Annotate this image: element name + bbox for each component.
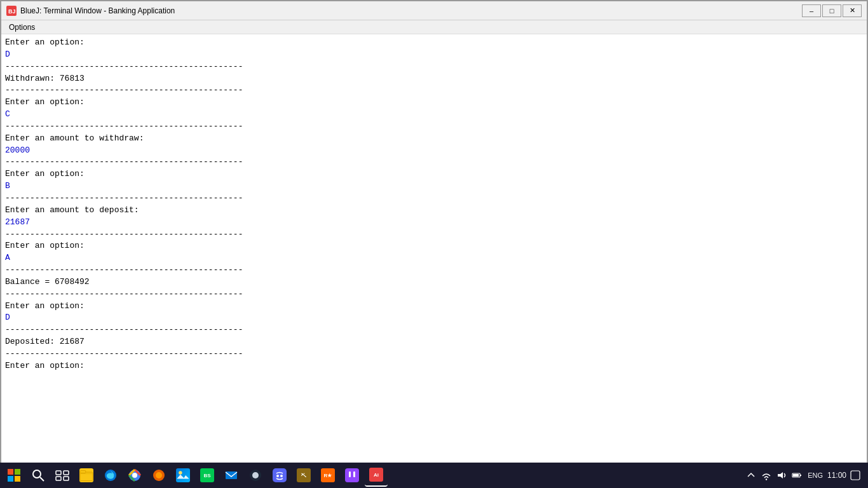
minimize-button[interactable]: – [802, 4, 821, 17]
chrome-icon [128, 468, 142, 482]
close-button[interactable]: ✕ [843, 4, 862, 17]
system-tray: ENG 11:00 [745, 469, 865, 482]
tray-volume[interactable] [775, 469, 788, 482]
tray-battery[interactable] [790, 469, 803, 482]
mail-button[interactable] [220, 464, 243, 487]
svg-line-7 [40, 477, 44, 481]
search-button[interactable] [27, 464, 50, 487]
svg-rect-26 [345, 468, 359, 482]
terminal-line: ----------------------------------------… [5, 193, 863, 205]
terminal-line: Enter an amount to withdraw: [5, 133, 863, 145]
terminal-line: Enter an option: [5, 168, 863, 180]
terminal-line: Withdrawn: 76813 [5, 73, 863, 85]
app-icon: BJ [6, 6, 17, 16]
svg-rect-4 [8, 476, 13, 482]
bluestacks-button[interactable]: BS [196, 464, 219, 487]
chrome-button[interactable] [123, 464, 146, 487]
windows-icon [7, 468, 21, 482]
tray-notifications[interactable] [849, 469, 862, 482]
firefox-button[interactable] [147, 464, 170, 487]
tray-language[interactable]: ENG [806, 471, 825, 479]
file-explorer-button[interactable] [75, 464, 98, 487]
steam-button[interactable] [244, 464, 267, 487]
terminal-line: C [5, 109, 863, 121]
terminal-line: Deposited: 21687 [5, 336, 863, 348]
terminal-line: ----------------------------------------… [5, 61, 863, 73]
terminal-line: Balance = 6708492 [5, 276, 863, 288]
terminal-window: BJ BlueJ: Terminal Window - Banking Appl… [0, 0, 868, 463]
wifi-icon [761, 470, 771, 480]
discord-button[interactable] [268, 464, 291, 487]
bluej-button[interactable]: Ai [365, 464, 388, 487]
edge-button[interactable] [99, 464, 122, 487]
volume-icon [776, 470, 787, 480]
window-title: BlueJ: Terminal Window - Banking Applica… [20, 6, 175, 15]
tray-clock[interactable]: 11:00 [827, 471, 846, 480]
svg-rect-10 [56, 477, 61, 480]
tray-show-hidden[interactable] [745, 469, 757, 482]
file-explorer-icon [79, 468, 93, 482]
svg-rect-20 [226, 471, 237, 479]
twitch-icon [345, 468, 359, 482]
svg-point-6 [33, 470, 41, 478]
tray-network[interactable] [760, 469, 773, 482]
terminal-line: Enter an option: [5, 97, 863, 109]
terminal-line: ----------------------------------------… [5, 156, 863, 168]
terminal-line: D [5, 49, 863, 61]
terminal-line: D [5, 312, 863, 324]
battery-icon [792, 470, 802, 480]
svg-rect-2 [8, 469, 13, 475]
svg-point-18 [156, 472, 162, 478]
task-view-button[interactable] [51, 464, 74, 487]
terminal-line: Enter an amount to deposit: [5, 205, 863, 217]
terminal-line: Enter an option: [5, 301, 863, 313]
svg-rect-13 [80, 471, 86, 473]
menu-bar: Options [1, 20, 867, 34]
title-bar-controls: – □ ✕ [802, 4, 862, 17]
bluestacks-icon: BS [200, 468, 214, 482]
svg-rect-32 [793, 474, 799, 477]
rockstar-button[interactable]: R★ [316, 464, 339, 487]
terminal-line: ----------------------------------------… [5, 348, 863, 360]
bluej-taskbar-icon: Ai [369, 468, 383, 482]
tray-time: 11:00 [827, 471, 846, 480]
terminal-line: Enter an option: [5, 240, 863, 252]
terminal-line: B [5, 180, 863, 193]
terminal-line: 20000 [5, 145, 863, 157]
mail-icon [224, 468, 238, 482]
terminal-line: ----------------------------------------… [5, 229, 863, 241]
terminal-line: ----------------------------------------… [5, 121, 863, 133]
terminal-line: Enter an option: [5, 37, 863, 49]
steam-icon [248, 468, 262, 482]
svg-point-19 [179, 471, 182, 475]
title-bar: BJ BlueJ: Terminal Window - Banking Appl… [1, 1, 867, 20]
svg-rect-3 [15, 469, 20, 475]
terminal-line: 21687 [5, 217, 863, 229]
svg-text:BJ: BJ [8, 8, 16, 15]
svg-rect-23 [273, 468, 287, 482]
minecraft-icon: ⛏ [297, 468, 311, 482]
taskbar: BS ⛏ R★ [0, 463, 868, 488]
terminal-line: ----------------------------------------… [5, 324, 863, 336]
svg-rect-34 [851, 471, 860, 480]
svg-point-16 [132, 473, 137, 478]
svg-rect-27 [349, 471, 351, 477]
minecraft-button[interactable]: ⛏ [292, 464, 315, 487]
task-view-icon [55, 468, 69, 482]
svg-point-24 [276, 475, 279, 477]
terminal-line: ----------------------------------------… [5, 288, 863, 301]
svg-point-25 [280, 475, 283, 477]
svg-rect-5 [15, 476, 20, 482]
start-button[interactable] [3, 464, 25, 487]
svg-point-22 [252, 472, 259, 478]
svg-rect-9 [64, 471, 69, 475]
chevron-up-icon [746, 470, 756, 480]
terminal-line: ----------------------------------------… [5, 264, 863, 276]
discord-icon [273, 468, 287, 482]
photos-button[interactable] [172, 464, 194, 487]
svg-rect-28 [353, 471, 355, 477]
twitch-button[interactable] [341, 464, 363, 487]
options-menu[interactable]: Options [4, 22, 40, 33]
terminal-line: ----------------------------------------… [5, 85, 863, 97]
maximize-button[interactable]: □ [822, 4, 841, 17]
